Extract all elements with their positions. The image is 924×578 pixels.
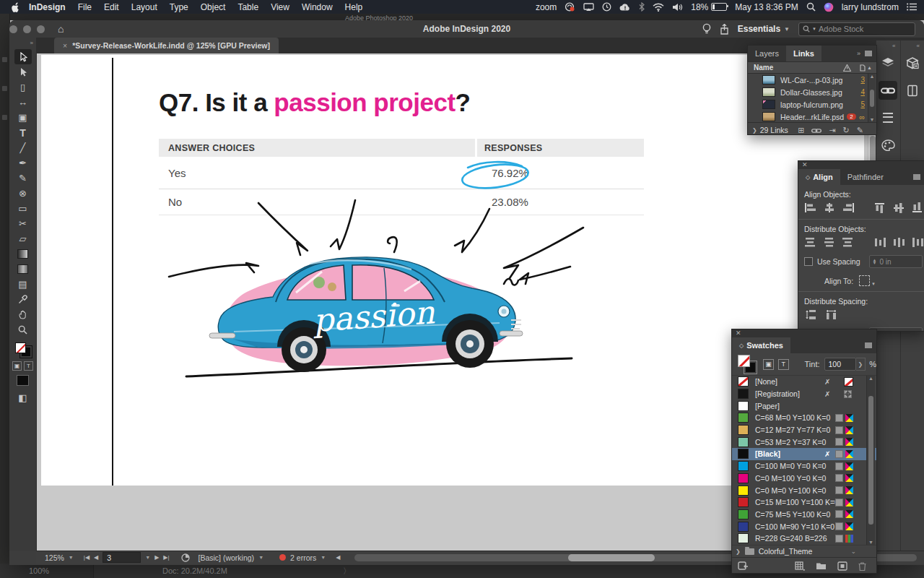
zoom-traffic-light[interactable]: [37, 25, 45, 33]
align-bottom-button[interactable]: [912, 202, 924, 214]
distribute-horizontal-center-button[interactable]: [893, 236, 906, 249]
type-tool[interactable]: T: [14, 125, 32, 140]
swatch-row[interactable]: C=0 M=100 Y=0 K=0: [732, 473, 876, 485]
link-item[interactable]: Dollar-Glasses.jpg 4: [748, 86, 876, 98]
tint-dropdown-icon[interactable]: ❯: [856, 358, 866, 371]
adobe-stock-search[interactable]: ▼ Adobe Stock: [798, 22, 915, 36]
align-left-button[interactable]: [804, 202, 817, 214]
apply-color-button[interactable]: [17, 375, 29, 386]
distribute-vertical-space-button[interactable]: [804, 309, 819, 321]
learn-lightbulb-icon[interactable]: [702, 23, 711, 35]
swatches-panel-icon[interactable]: [879, 136, 897, 155]
layers-panel-icon[interactable]: [879, 53, 897, 72]
swatch-row[interactable]: C=100 M=0 Y=0 K=0: [732, 460, 876, 473]
new-swatch-icon[interactable]: [837, 561, 847, 571]
next-page-button[interactable]: ▶: [154, 554, 159, 561]
tab-align[interactable]: ◇ Align: [798, 169, 840, 185]
horizontal-scrollbar-thumb[interactable]: [568, 554, 655, 561]
eyedropper-tool[interactable]: [14, 292, 32, 307]
scissors-tool[interactable]: ✂: [14, 216, 32, 231]
selection-tool[interactable]: [14, 49, 32, 64]
panel-menu-icon[interactable]: [913, 174, 920, 180]
warning-column-icon[interactable]: [843, 64, 851, 72]
scroll-up-icon[interactable]: ▲: [870, 74, 875, 79]
use-spacing-checkbox[interactable]: [804, 257, 813, 266]
page-tool[interactable]: ▯: [14, 79, 32, 95]
distribute-right-button[interactable]: [912, 236, 924, 249]
menu-file[interactable]: File: [78, 2, 92, 12]
formatting-affects-container-button[interactable]: ▣: [12, 361, 22, 371]
swatch-row[interactable]: C=0 M=0 Y=100 K=0: [732, 484, 876, 496]
errors-dropdown-icon[interactable]: ▼: [321, 555, 326, 560]
note-tool[interactable]: ▤: [14, 277, 32, 292]
cloud-sync-icon[interactable]: [619, 3, 631, 12]
pen-tool[interactable]: ✒: [14, 155, 32, 171]
swatch-row-selected[interactable]: [Black] ✗: [732, 448, 876, 460]
gradient-feather-tool[interactable]: [14, 262, 32, 277]
swatch-row[interactable]: C=12 M=27 Y=77 K=0: [732, 424, 876, 436]
zoom-camera-icon[interactable]: [565, 2, 575, 12]
ps-zoom-level[interactable]: 100%: [0, 564, 94, 578]
collapse-dock-icon[interactable]: «: [917, 43, 924, 49]
minimize-traffic-light[interactable]: [23, 25, 31, 33]
collapse-dock-icon[interactable]: «: [892, 43, 899, 49]
ps-status-arrow[interactable]: 〉: [343, 566, 351, 577]
delete-swatch-icon[interactable]: [858, 561, 866, 571]
apple-icon[interactable]: [10, 2, 19, 12]
distribute-horizontal-space-button[interactable]: [824, 309, 839, 321]
preflight-profile[interactable]: [Basic] (working): [199, 553, 255, 562]
hand-tool[interactable]: [14, 307, 32, 322]
menu-window[interactable]: Window: [302, 2, 333, 12]
fill-color-box[interactable]: [15, 342, 26, 353]
swatches-scrollbar[interactable]: ▲ ▼: [866, 376, 875, 545]
name-column-label[interactable]: Name: [754, 64, 773, 72]
user-name[interactable]: larry lundstrom: [842, 2, 899, 12]
document-tab[interactable]: × *Survey-Release-WorkLife.indd @ 125% […: [54, 38, 279, 53]
tab-layers[interactable]: Layers: [748, 46, 786, 61]
gradient-swatch-tool[interactable]: [14, 246, 32, 262]
tab-pathfinder[interactable]: Pathfinder: [840, 169, 891, 185]
align-horizontal-center-button[interactable]: [823, 202, 836, 214]
line-tool[interactable]: ╱: [14, 140, 32, 155]
stroke-panel-icon[interactable]: [879, 108, 897, 127]
formatting-affects-container-button[interactable]: ▣: [763, 359, 774, 370]
cc-libraries-panel-icon[interactable]: [903, 53, 922, 72]
swatch-row[interactable]: C=100 M=90 Y=10 K=0: [732, 520, 876, 532]
pencil-tool[interactable]: ✎: [14, 171, 32, 186]
menu-table[interactable]: Table: [237, 2, 258, 12]
link-page-number[interactable]: 4: [860, 88, 865, 96]
swatch-row[interactable]: C=75 M=5 Y=100 K=0: [732, 509, 876, 521]
align-top-button[interactable]: [874, 202, 887, 214]
align-to-dropdown[interactable]: ▼: [859, 275, 876, 286]
chevron-down-icon[interactable]: ⌄: [850, 548, 856, 555]
links-panel-icon[interactable]: [879, 81, 897, 100]
home-icon[interactable]: ⌂: [58, 23, 64, 35]
siri-icon[interactable]: [824, 2, 834, 12]
control-list-icon[interactable]: [907, 3, 917, 11]
swatch-row[interactable]: [Paper]: [732, 400, 876, 412]
expand-info-icon[interactable]: ❯: [752, 127, 757, 134]
zoom-level[interactable]: 125%: [45, 553, 64, 562]
zoom-dropdown-icon[interactable]: ▼: [69, 555, 74, 560]
spotlight-icon[interactable]: [806, 2, 816, 12]
volume-icon[interactable]: [672, 3, 683, 12]
swatch-row[interactable]: C=53 M=2 Y=37 K=0: [732, 436, 876, 448]
pages-panel-icon[interactable]: [903, 81, 922, 100]
color-group-row[interactable]: ❯ Colorful_Theme ⌄: [732, 545, 876, 557]
menu-indesign[interactable]: InDesign: [29, 2, 66, 12]
formatting-affects-text-button[interactable]: T: [778, 359, 789, 370]
go-to-link-icon[interactable]: ⇥: [829, 126, 835, 135]
swatch-row[interactable]: R=228 G=240 B=226: [732, 532, 876, 545]
swatch-row[interactable]: [Registration] ✗: [732, 388, 876, 400]
distribute-vertical-center-button[interactable]: [823, 236, 836, 249]
edit-original-icon[interactable]: ✎: [857, 126, 863, 135]
close-icon[interactable]: ✕: [802, 162, 808, 168]
tab-swatches[interactable]: ◇ Swatches: [732, 337, 790, 353]
bluetooth-icon[interactable]: [639, 2, 645, 12]
menu-edit[interactable]: Edit: [104, 2, 119, 12]
tab-links[interactable]: Links: [786, 46, 821, 61]
panel-menu-icon[interactable]: [865, 51, 872, 56]
page-column-icon[interactable]: ▲: [860, 64, 872, 72]
preflight-icon[interactable]: [181, 553, 190, 562]
share-icon[interactable]: [720, 24, 729, 35]
